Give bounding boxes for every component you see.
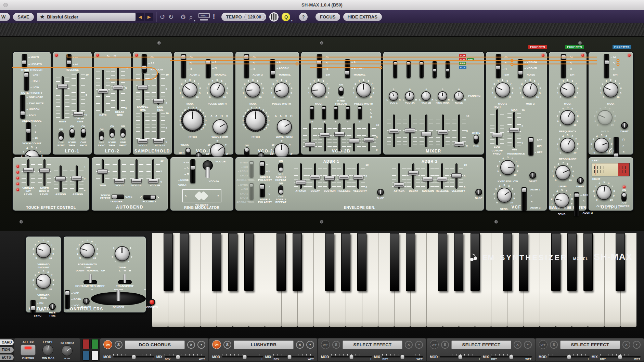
save-button[interactable]: SAVE <box>13 13 34 21</box>
switch-thumb[interactable] <box>151 196 155 199</box>
switch-thumb[interactable] <box>186 148 190 152</box>
vco2b-wave-16-switch-body[interactable] <box>322 106 326 119</box>
vcf-sens-knob-knob-face[interactable] <box>497 188 512 203</box>
zoom-magnifier-icon[interactable]: ⌕ <box>189 13 193 21</box>
vca-mod-knob-knob-face[interactable] <box>603 82 618 97</box>
adsr1-attack-slider-track[interactable] <box>294 163 308 189</box>
lfo2-rate-slider-track[interactable] <box>96 70 110 113</box>
fx-solo-button[interactable]: S <box>223 341 231 349</box>
slider-cap[interactable] <box>55 176 66 181</box>
vco2a-pulse-width-knob-dial[interactable]: 012345678910 <box>270 78 294 102</box>
fx-name-field[interactable]: SELECT EFFECT <box>560 340 620 349</box>
slider-cap[interactable] <box>138 139 148 143</box>
switch-thumb[interactable] <box>191 166 195 170</box>
vco2b-mod-source-switch-option[interactable]: – ∿ <box>323 62 330 64</box>
touch-mixer-ringmod-slider-track[interactable] <box>38 159 51 186</box>
toggle-thumb[interactable] <box>279 167 283 172</box>
vco2b-wave-2-switch-body[interactable] <box>358 106 362 119</box>
slider-cap[interactable] <box>454 142 464 146</box>
toggle-thumb[interactable] <box>59 136 63 140</box>
mixer-vco1-pan-knob-knob-face[interactable] <box>389 91 398 101</box>
black-key[interactable] <box>406 233 415 291</box>
vco2b-mod-knob-knob-face[interactable] <box>311 82 326 97</box>
adsr1-trig-switch-option[interactable]: – LFO-1 <box>238 170 248 173</box>
vco1-pulse-width-knob-dial[interactable]: 012345678910 <box>205 78 229 102</box>
saw-icon[interactable]: – ʌʌ <box>73 63 78 66</box>
vco1-pw-source-switch-option[interactable]: – ∧ <box>212 61 226 64</box>
fx-close-button[interactable]: ✕ <box>622 341 630 349</box>
vcf-mod1-source-switch-option[interactable]: – ʌʌ <box>502 56 509 58</box>
slider-cap[interactable] <box>339 175 349 179</box>
fx-power-button[interactable]: OFF <box>321 340 330 349</box>
mixer-noise-pan-knob-knob-face[interactable] <box>454 91 464 101</box>
vca-drift-knob-knob-face[interactable] <box>621 122 628 129</box>
vcf-mode-switch-body[interactable] <box>528 137 533 156</box>
adsr1-trig-switch-option[interactable]: – KYBD <box>238 161 248 164</box>
slider-cap[interactable] <box>421 132 432 136</box>
fx-mix-slider[interactable]: DRYWET <box>491 354 532 360</box>
vco2b-wave-4-switch-body[interactable] <box>346 106 350 119</box>
vco2b-wave-8-switch-body[interactable] <box>334 106 338 119</box>
vco2b-8-level-slider-track[interactable] <box>333 123 346 151</box>
autobend-vco2b-slider-track[interactable] <box>146 159 160 183</box>
tune-knob-knob-face[interactable] <box>115 246 130 261</box>
slider-cap[interactable] <box>364 137 374 142</box>
slider-cap[interactable] <box>509 128 519 132</box>
ringmod-source-switch-option[interactable]: – NOISE <box>178 179 189 182</box>
switch-thumb[interactable] <box>407 62 410 65</box>
green-routing-button[interactable] <box>91 339 99 349</box>
mixer-vco2a-pan-knob-knob-face[interactable] <box>405 91 414 101</box>
vco2a-pw-source-switch-body[interactable] <box>270 59 275 78</box>
lfo2-one-shot-toggle-body[interactable] <box>120 128 126 137</box>
vco2a-mod-source-switch-option[interactable]: – ⊓ <box>250 68 263 70</box>
fx-mix-slider[interactable]: DRYWET <box>165 354 205 360</box>
slider-cap[interactable] <box>153 139 164 143</box>
vco2b-pulse-width-knob-knob-face[interactable] <box>356 82 371 97</box>
fx-expand-button[interactable]: ▼ <box>524 341 532 349</box>
vibrato-amount-knob-knob-face[interactable] <box>36 243 51 258</box>
slider-cap[interactable] <box>153 99 164 103</box>
qwerty-button[interactable]: Q <box>282 13 290 21</box>
adsr2-trig-switch-option[interactable]: – KYBD <box>238 184 248 187</box>
adsr1-polarity-switch-option[interactable]: – ∪ <box>266 170 271 173</box>
new-button-partial[interactable]: W <box>0 13 10 21</box>
autobend-vco2a-slider-track[interactable] <box>130 159 143 183</box>
vco2b-wave-32-switch-body[interactable] <box>310 106 314 119</box>
vcf-mod1-knob-knob-face[interactable] <box>495 82 510 97</box>
slider-cap[interactable] <box>389 129 399 133</box>
mixer-ringmod-pan-knob-dial[interactable] <box>438 91 447 101</box>
switch-thumb[interactable] <box>112 195 117 199</box>
fx-mod-slider[interactable]: −+ <box>222 354 263 360</box>
mixer-vco2a-pan-knob-dial[interactable] <box>405 91 414 101</box>
slider-cap[interactable] <box>320 133 330 137</box>
vcf-mod1-knob-dial[interactable]: 012345678910 <box>491 78 515 102</box>
vcf-mod2-source-switch-option[interactable]: – VCO-2A <box>524 61 537 64</box>
portamento-time-knob-dial[interactable]: 012345678910 <box>75 239 99 263</box>
voice-count-switch-option[interactable]: – 4 <box>33 124 38 127</box>
switch-thumb[interactable] <box>22 61 26 64</box>
lfo1-one-shot-toggle-body[interactable] <box>81 128 86 137</box>
bpf-effects-badge[interactable]: EFFECTS <box>565 45 584 49</box>
kybd-trigger-switch-option[interactable]: – LEGATO <box>28 63 42 66</box>
vco2a-mod-source-switch-body[interactable] <box>244 54 249 78</box>
sh-sample-time-slider-track[interactable] <box>136 73 150 105</box>
vca-drift-knob-dial[interactable] <box>620 121 629 130</box>
switch-thumb[interactable] <box>446 69 449 71</box>
fx-mod-slider[interactable]: −+ <box>331 354 372 360</box>
bender-dest-switch-body[interactable] <box>65 290 70 309</box>
vco2a-pulse-width-knob-knob-face[interactable] <box>274 82 289 97</box>
slider-cap[interactable] <box>23 168 34 172</box>
bpf-resonance-knob-knob-face[interactable] <box>560 138 575 153</box>
mixer-vco2b-level-slider-track[interactable] <box>420 115 433 147</box>
prev-preset-button[interactable]: ◀ <box>136 13 144 21</box>
lfo1-kybd-trig-toggle-body[interactable] <box>69 128 75 137</box>
sh-source-switch-body[interactable] <box>142 54 147 73</box>
vcf-drift-knob-dial[interactable] <box>529 171 537 179</box>
adsr1-repeat-toggle-body[interactable] <box>278 163 283 172</box>
redo-icon[interactable]: ↻ <box>168 14 174 20</box>
adsr1-release-slider-track[interactable] <box>337 163 351 189</box>
fx-power-button[interactable]: OFF <box>539 340 548 349</box>
tempo-control[interactable]: TEMPO 120.00 <box>221 13 266 21</box>
adsr2-velocity-slider-track[interactable] <box>450 163 463 189</box>
vco1-waveform-knob-dial[interactable] <box>212 119 228 135</box>
